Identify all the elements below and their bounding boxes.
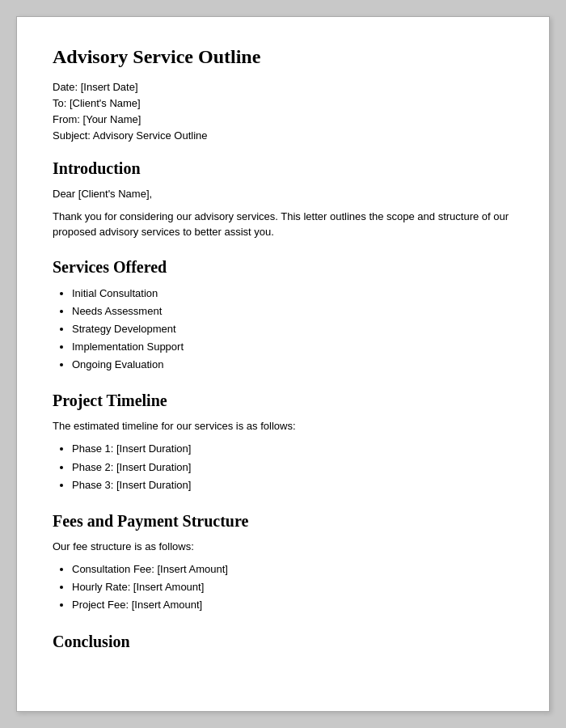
timeline-intro: The estimated timeline for our services … [53,418,513,434]
meta-from: From: [Your Name] [53,113,513,125]
list-item: Implementation Support [72,338,513,356]
intro-body: Thank you for considering our advisory s… [53,209,513,240]
list-item: Hourly Rate: [Insert Amount] [72,578,513,596]
list-item: Ongoing Evaluation [72,356,513,374]
fees-intro: Our fee structure is as follows: [53,539,513,555]
list-item: Phase 3: [Insert Duration] [72,476,513,494]
intro-salutation: Dear [Client's Name], [53,186,513,202]
list-item: Strategy Development [72,320,513,338]
list-item: Project Fee: [Insert Amount] [72,596,513,614]
fees-list: Consultation Fee: [Insert Amount] Hourly… [72,561,513,614]
heading-introduction: Introduction [53,159,513,178]
document-title: Advisory Service Outline [53,46,513,68]
list-item: Consultation Fee: [Insert Amount] [72,561,513,578]
meta-to: To: [Client's Name] [53,97,513,109]
services-list: Initial Consultation Needs Assessment St… [72,285,513,374]
list-item: Needs Assessment [72,303,513,320]
heading-services: Services Offered [53,258,513,277]
meta-date: Date: [Insert Date] [53,81,513,93]
timeline-list: Phase 1: [Insert Duration] Phase 2: [Ins… [72,440,513,493]
document: Advisory Service Outline Date: [Insert D… [16,16,550,712]
list-item: Phase 1: [Insert Duration] [72,440,513,458]
heading-fees: Fees and Payment Structure [53,512,513,531]
list-item: Initial Consultation [72,285,513,303]
list-item: Phase 2: [Insert Duration] [72,459,513,476]
heading-timeline: Project Timeline [53,392,513,410]
meta-subject: Subject: Advisory Service Outline [53,129,513,142]
heading-conclusion: Conclusion [53,633,513,651]
